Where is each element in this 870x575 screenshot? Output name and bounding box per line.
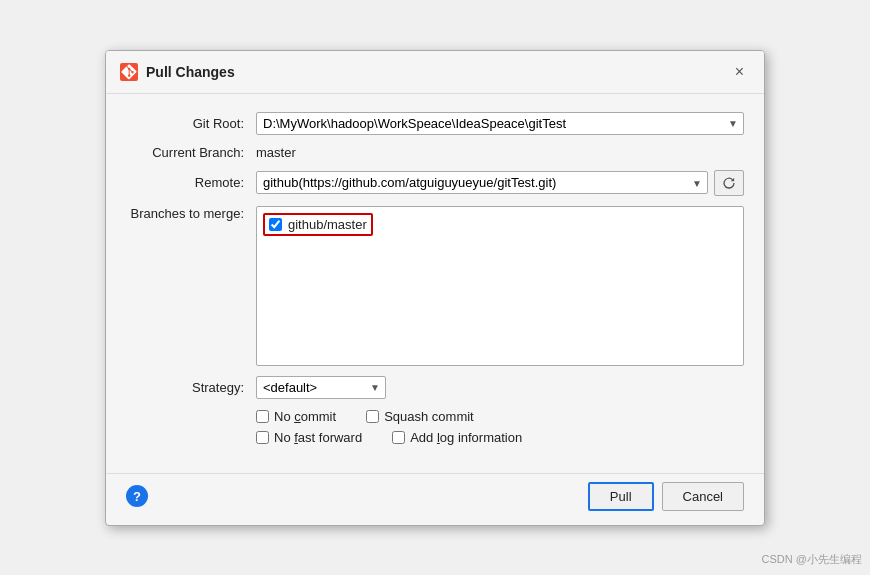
remote-select-container: github(https://github.com/atguiguyueyue/… bbox=[256, 171, 708, 194]
strategy-select-container: <default> resolve recursive octopus ours… bbox=[256, 376, 386, 399]
no-commit-underline: c bbox=[294, 409, 301, 424]
title-bar-left: Pull Changes bbox=[120, 63, 235, 81]
current-branch-value: master bbox=[256, 145, 744, 160]
refresh-icon bbox=[723, 176, 735, 190]
git-root-label: Git Root: bbox=[126, 116, 256, 131]
git-icon bbox=[120, 63, 138, 81]
refresh-button[interactable] bbox=[714, 170, 744, 196]
title-bar: Pull Changes × bbox=[106, 51, 764, 94]
watermark: CSDN @小先生编程 bbox=[762, 552, 862, 567]
no-commit-checkbox[interactable] bbox=[256, 410, 269, 423]
current-branch-row: Current Branch: master bbox=[126, 145, 744, 160]
squash-commit-item: Squash commit bbox=[366, 409, 474, 424]
add-log-info-checkbox[interactable] bbox=[392, 431, 405, 444]
squash-commit-checkbox[interactable] bbox=[366, 410, 379, 423]
squash-commit-label[interactable]: Squash commit bbox=[384, 409, 474, 424]
branches-row: Branches to merge: github/master bbox=[126, 206, 744, 366]
add-log-info-item: Add log information bbox=[392, 430, 522, 445]
log-underline: l bbox=[437, 430, 440, 445]
branch-item: github/master bbox=[263, 213, 373, 236]
checkbox-row-2: No fast forward Add log information bbox=[256, 430, 744, 445]
no-fast-forward-label[interactable]: No fast forward bbox=[274, 430, 362, 445]
add-log-info-label[interactable]: Add log information bbox=[410, 430, 522, 445]
git-root-select[interactable]: D:\MyWork\hadoop\WorkSpeace\IdeaSpeace\g… bbox=[256, 112, 744, 135]
current-branch-label: Current Branch: bbox=[126, 145, 256, 160]
remote-row: Remote: github(https://github.com/atguig… bbox=[126, 170, 744, 196]
footer-left: ? bbox=[126, 485, 148, 507]
checkbox-row-1: No commit Squash commit bbox=[256, 409, 744, 424]
branches-box: github/master bbox=[256, 206, 744, 366]
help-button[interactable]: ? bbox=[126, 485, 148, 507]
close-button[interactable]: × bbox=[729, 61, 750, 83]
branches-label: Branches to merge: bbox=[126, 206, 256, 221]
footer-buttons: Pull Cancel bbox=[588, 482, 744, 511]
git-root-select-container: D:\MyWork\hadoop\WorkSpeace\IdeaSpeace\g… bbox=[256, 112, 744, 135]
cancel-button[interactable]: Cancel bbox=[662, 482, 744, 511]
strategy-label: Strategy: bbox=[126, 380, 256, 395]
no-commit-label[interactable]: No commit bbox=[274, 409, 336, 424]
pull-button[interactable]: Pull bbox=[588, 482, 654, 511]
branch-item-label[interactable]: github/master bbox=[288, 217, 367, 232]
pull-changes-dialog: Pull Changes × Git Root: D:\MyWork\hadoo… bbox=[105, 50, 765, 526]
strategy-row: Strategy: <default> resolve recursive oc… bbox=[126, 376, 744, 399]
remote-select[interactable]: github(https://github.com/atguiguyueyue/… bbox=[256, 171, 708, 194]
git-root-row: Git Root: D:\MyWork\hadoop\WorkSpeace\Id… bbox=[126, 112, 744, 135]
dialog-footer: ? Pull Cancel bbox=[106, 473, 764, 525]
branch-checkbox[interactable] bbox=[269, 218, 282, 231]
dialog-title: Pull Changes bbox=[146, 64, 235, 80]
dialog-body: Git Root: D:\MyWork\hadoop\WorkSpeace\Id… bbox=[106, 94, 764, 467]
remote-select-wrapper: github(https://github.com/atguiguyueyue/… bbox=[256, 170, 744, 196]
no-fast-forward-checkbox[interactable] bbox=[256, 431, 269, 444]
strategy-select[interactable]: <default> resolve recursive octopus ours… bbox=[256, 376, 386, 399]
fast-underline: f bbox=[294, 430, 298, 445]
no-fast-forward-item: No fast forward bbox=[256, 430, 362, 445]
remote-label: Remote: bbox=[126, 175, 256, 190]
no-commit-item: No commit bbox=[256, 409, 336, 424]
checkboxes-area: No commit Squash commit No fast forward bbox=[256, 409, 744, 445]
